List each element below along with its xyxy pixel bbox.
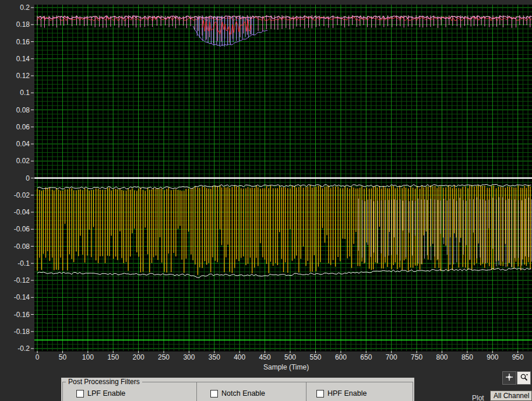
svg-text:-0.16: -0.16 — [14, 311, 30, 319]
svg-text:150: 150 — [107, 353, 119, 361]
magnifier-icon — [520, 373, 529, 384]
filters-group-title: Post Processing Filters — [66, 378, 142, 386]
svg-text:600: 600 — [335, 353, 347, 361]
svg-text:-0.08: -0.08 — [14, 242, 30, 251]
lpf-enable-row: LPF Enable — [76, 389, 125, 398]
svg-text:450: 450 — [259, 353, 271, 361]
svg-text:750: 750 — [411, 353, 422, 361]
svg-text:-0.14: -0.14 — [14, 293, 30, 301]
svg-text:Sample (Time): Sample (Time) — [263, 363, 309, 371]
svg-text:650: 650 — [360, 353, 372, 361]
svg-text:550: 550 — [309, 353, 321, 361]
svg-text:200: 200 — [133, 353, 145, 361]
hpf-enable-label: HPF Enable — [327, 389, 367, 398]
svg-text:850: 850 — [461, 353, 473, 361]
plot-channel-value: All Channel — [494, 392, 529, 400]
lpf-enable-label: LPF Enable — [87, 389, 125, 398]
svg-text:-0.04: -0.04 — [14, 208, 30, 216]
filters-divider-1 — [196, 382, 197, 401]
graph-tool-palette — [502, 371, 531, 385]
svg-text:0.1: 0.1 — [20, 89, 30, 97]
svg-text:0.04: 0.04 — [16, 140, 30, 148]
hpf-enable-row: HPF Enable — [316, 389, 367, 398]
svg-text:400: 400 — [234, 353, 245, 361]
svg-text:0.06: 0.06 — [16, 123, 30, 131]
notch-enable-row: Notch Enable — [210, 389, 265, 398]
svg-text:0.14: 0.14 — [16, 55, 30, 63]
notch-enable-label: Notch Enable — [221, 389, 265, 398]
pan-tool-button[interactable] — [502, 371, 516, 385]
plot-selector-label: Plot — [472, 394, 484, 401]
svg-text:0.18: 0.18 — [16, 20, 30, 29]
svg-text:0.2: 0.2 — [20, 3, 30, 12]
svg-text:-0.18: -0.18 — [14, 328, 30, 336]
svg-text:500: 500 — [284, 353, 296, 361]
svg-text:-0.06: -0.06 — [14, 225, 30, 233]
svg-text:-0.1: -0.1 — [17, 259, 30, 268]
svg-text:0: 0 — [26, 174, 30, 182]
lpf-enable-checkbox[interactable] — [76, 390, 84, 398]
svg-text:-0.2: -0.2 — [17, 344, 30, 353]
svg-text:900: 900 — [487, 353, 498, 361]
notch-enable-checkbox[interactable] — [210, 390, 218, 398]
hpf-enable-checkbox[interactable] — [316, 390, 324, 398]
svg-text:0.12: 0.12 — [16, 72, 30, 80]
svg-text:250: 250 — [158, 353, 170, 361]
svg-text:300: 300 — [183, 353, 195, 361]
svg-text:800: 800 — [436, 353, 448, 361]
svg-text:0.16: 0.16 — [16, 38, 30, 46]
filters-divider-2 — [306, 382, 306, 401]
svg-text:0: 0 — [36, 353, 40, 361]
plot-channel-dropdown[interactable]: All Channel — [490, 391, 532, 401]
zoom-tool-button[interactable] — [517, 371, 531, 385]
svg-text:-0.02: -0.02 — [14, 191, 30, 199]
svg-text:950: 950 — [512, 353, 524, 361]
svg-text:0.08: 0.08 — [16, 106, 30, 114]
crosshair-icon — [505, 373, 513, 383]
post-processing-filters-group: Post Processing Filters LPF Enable Notch… — [61, 378, 414, 401]
svg-text:100: 100 — [82, 353, 94, 361]
svg-text:50: 50 — [59, 353, 67, 361]
waveform-graph[interactable]: 0.20.180.160.140.120.10.080.060.040.020-… — [0, 0, 532, 377]
svg-text:-0.12: -0.12 — [14, 276, 30, 284]
svg-text:700: 700 — [386, 353, 397, 361]
svg-text:350: 350 — [209, 353, 220, 361]
svg-text:0.02: 0.02 — [16, 157, 30, 165]
